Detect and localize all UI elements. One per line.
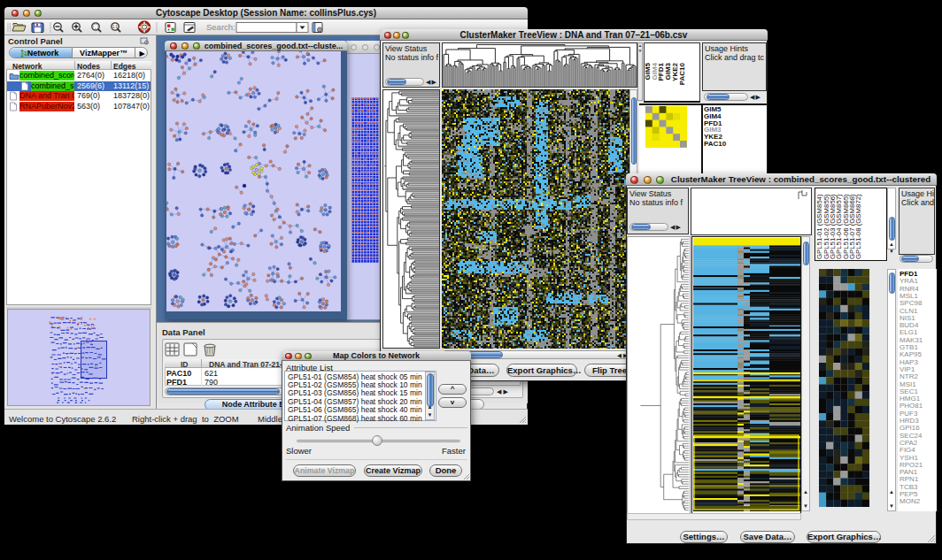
svg-text:GPL51-08 (GSM872): GPL51-08 (GSM872) <box>854 194 862 259</box>
